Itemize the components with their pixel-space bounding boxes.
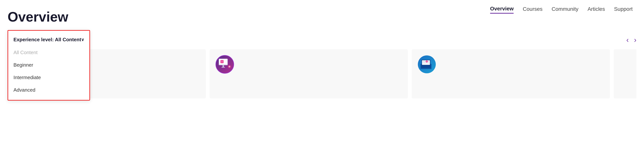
dropdown-option-all-content[interactable]: All Content bbox=[8, 46, 90, 59]
svg-point-16 bbox=[228, 66, 230, 67]
learning-card-2[interactable] bbox=[210, 49, 408, 98]
experience-level-dropdown: Experience level: All Content ∨ All Cont… bbox=[8, 30, 90, 101]
learning-card-partial bbox=[614, 49, 636, 98]
learning-card-3[interactable] bbox=[412, 49, 610, 98]
top-navigation: Overview Courses Community Articles Supp… bbox=[490, 6, 633, 14]
nav-item-support[interactable]: Support bbox=[614, 6, 633, 13]
dropdown-header[interactable]: Experience level: All Content ∨ bbox=[8, 34, 90, 46]
page-wrapper: Overview Courses Community Articles Supp… bbox=[0, 0, 644, 152]
nav-item-courses[interactable]: Courses bbox=[523, 6, 542, 13]
card-2-icon bbox=[215, 55, 234, 74]
dropdown-option-intermediate[interactable]: Intermediate bbox=[8, 71, 90, 84]
next-arrow-icon[interactable]: › bbox=[634, 36, 636, 43]
dropdown-option-beginner[interactable]: Beginner bbox=[8, 59, 90, 71]
main-content: Overview Experience level: All Content ∨… bbox=[8, 6, 636, 98]
dropdown-chevron-icon: ∨ bbox=[81, 37, 84, 42]
card-3-icon bbox=[417, 55, 436, 74]
svg-rect-24 bbox=[421, 65, 431, 68]
dropdown-option-advanced[interactable]: Advanced bbox=[8, 84, 90, 96]
prev-arrow-icon[interactable]: ‹ bbox=[626, 36, 629, 43]
section-row: Guided learning ‹ › bbox=[8, 36, 636, 44]
nav-item-articles[interactable]: Articles bbox=[588, 6, 605, 13]
svg-rect-11 bbox=[222, 65, 224, 67]
svg-rect-14 bbox=[221, 61, 223, 62]
carousel-navigation: ‹ › bbox=[626, 36, 636, 43]
dropdown-trigger-label: Experience level: All Content bbox=[14, 37, 81, 43]
svg-rect-12 bbox=[222, 67, 225, 68]
nav-item-overview[interactable]: Overview bbox=[490, 6, 514, 14]
nav-item-community[interactable]: Community bbox=[552, 6, 578, 13]
cards-row bbox=[8, 49, 636, 98]
